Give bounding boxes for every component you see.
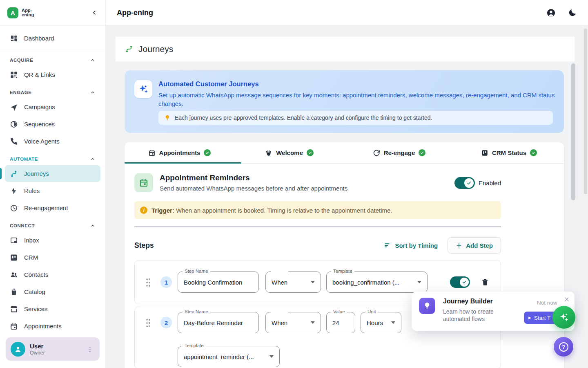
caret-down-icon (311, 281, 315, 283)
page-scrollbar-thumb[interactable] (584, 29, 587, 194)
sidebar-top-group: Dashboard (0, 26, 105, 51)
check-badge-icon (204, 149, 211, 156)
template-select[interactable]: Template appointment_reminder (... (178, 346, 280, 367)
calendar-icon (10, 322, 18, 330)
sidebar-item-label: Campaigns (24, 103, 55, 110)
sidebar-collapse-button[interactable] (91, 9, 98, 16)
chevron-up-icon (90, 156, 96, 162)
sidebar-logo-row: A App- ening (0, 0, 105, 26)
panel-header-text: Appointment Reminders Send automated Wha… (160, 173, 347, 192)
sidebar-item-label: CRM (24, 254, 38, 261)
app-logo-text: App- ening (22, 8, 34, 17)
field-label: Template (183, 343, 206, 348)
sidebar-item-label: Re-engagement (24, 204, 68, 211)
shopping-bag-icon (10, 288, 18, 296)
tab-crm-status[interactable]: CRM Status (454, 142, 564, 163)
sidebar-item-label: Journeys (24, 170, 49, 177)
calendar-icon (148, 149, 156, 157)
timing-unit-select[interactable]: Unit Hours (361, 312, 401, 333)
sidebar-item-sequences[interactable]: Sequences (5, 116, 100, 132)
sidebar-item-rules[interactable]: Rules (5, 182, 100, 199)
step-name-input[interactable]: Step Name Day-Before Reminder (178, 312, 259, 333)
journey-tabs: Appointments Welcome Re-engage (125, 142, 564, 164)
sidebar-section-connect[interactable]: CONNECT (0, 217, 105, 231)
sidebar-item-crm[interactable]: CRM (5, 249, 100, 266)
sidebar-item-inbox[interactable]: Inbox (5, 232, 100, 249)
timing-when-select[interactable]: When (265, 272, 321, 293)
info-icon: i (140, 206, 147, 214)
drag-handle-icon[interactable] (146, 278, 151, 287)
sidebar-item-dashboard[interactable]: Dashboard (5, 30, 100, 47)
sidebar-item-contacts[interactable]: Contacts (5, 266, 100, 283)
sidebar-item-qr-links[interactable]: QR & Links (5, 66, 100, 83)
banner-description: Set up automatic WhatsApp message sequen… (158, 91, 561, 108)
field-value: booking_confirmation (... (332, 279, 399, 286)
drag-handle-icon[interactable] (146, 318, 151, 327)
field-value: When (272, 319, 287, 326)
user-menu-button[interactable]: ⋮ (85, 344, 95, 355)
add-step-button[interactable]: Add Step (448, 237, 501, 254)
close-icon[interactable] (564, 296, 570, 303)
page-scrollbar[interactable] (583, 26, 588, 368)
account-button[interactable] (546, 8, 556, 18)
trigger-text: When an appointment is booked. Timing is… (176, 207, 392, 214)
sidebar-item-voice-agents[interactable]: Voice Agents (5, 133, 100, 150)
step-number: 2 (160, 317, 172, 328)
sort-by-timing-button[interactable]: Sort by Timing (384, 242, 438, 249)
sidebar-item-catalog[interactable]: Catalog (5, 283, 100, 300)
send-icon (10, 103, 18, 111)
step-name-input[interactable]: Step Name Booking Confirmation (178, 272, 259, 293)
sidebar-item-campaigns[interactable]: Campaigns (5, 99, 100, 115)
delete-step-button[interactable] (481, 278, 489, 286)
tab-re-engage[interactable]: Re-engage (344, 142, 454, 163)
user-card[interactable]: User Owner ⋮ (6, 337, 100, 361)
caret-down-icon (417, 281, 421, 283)
enabled-label: Enabled (479, 180, 501, 186)
timing-when-select[interactable]: When (265, 312, 321, 333)
user-avatar (11, 342, 25, 357)
sidebar-section-automate[interactable]: AUTOMATE (0, 150, 105, 165)
timing-value-input[interactable]: Value 24 (326, 312, 355, 333)
banner-tip: Each journey uses pre-approved templates… (158, 111, 553, 125)
chevron-up-icon (90, 223, 96, 229)
sidebar-item-re-engagement[interactable]: Re-engagement (5, 200, 100, 216)
template-select[interactable]: Template booking_confirmation (... (326, 272, 428, 293)
active-tab-underline (125, 162, 241, 164)
moon-icon (568, 8, 577, 17)
sidebar: A App- ening Dashboard ACQUIRE (0, 0, 106, 368)
step-enabled-toggle[interactable] (450, 276, 470, 288)
main-content: Journeys Automated Customer Journeys Set… (106, 26, 588, 368)
field-value: Day-Before Reminder (184, 319, 243, 326)
journey-route-icon (10, 170, 18, 178)
waving-hand-icon (265, 149, 272, 157)
dark-mode-button[interactable] (568, 8, 577, 18)
content-scrollbar-thumb[interactable] (571, 63, 575, 200)
sort-icon (384, 242, 391, 249)
tab-label: Welcome (276, 149, 303, 156)
sidebar-item-journeys[interactable]: Journeys (5, 165, 100, 182)
tab-welcome[interactable]: Welcome (234, 142, 344, 163)
sidebar-item-label: Inbox (24, 237, 39, 244)
category-enabled-toggle[interactable] (454, 177, 475, 189)
sidebar-item-label: Appointments (24, 323, 62, 330)
not-now-button[interactable]: Not now (537, 300, 557, 306)
toggle-check-icon (460, 278, 469, 287)
tab-label: CRM Status (492, 149, 526, 156)
sidebar-section-acquire[interactable]: ACQUIRE (0, 51, 105, 66)
sparkles-icon (559, 312, 569, 323)
sidebar-section-engage[interactable]: ENGAGE (0, 83, 105, 98)
sidebar-item-services[interactable]: Services (5, 301, 100, 317)
field-value: Hours (367, 319, 383, 326)
help-fab[interactable]: ? (554, 337, 573, 357)
inbox-icon (10, 236, 18, 245)
trigger-label: Trigger: (151, 207, 174, 214)
question-mark-icon: ? (559, 342, 568, 352)
tab-appointments[interactable]: Appointments (125, 142, 234, 163)
panel-title: Appointment Reminders (160, 173, 347, 182)
phone-icon (10, 137, 18, 146)
ai-assistant-fab[interactable] (552, 306, 575, 329)
sidebar-item-appointments[interactable]: Appointments (5, 318, 100, 334)
check-badge-icon (530, 149, 537, 156)
sequence-circle-icon (10, 120, 18, 128)
chevron-left-icon (91, 9, 98, 16)
